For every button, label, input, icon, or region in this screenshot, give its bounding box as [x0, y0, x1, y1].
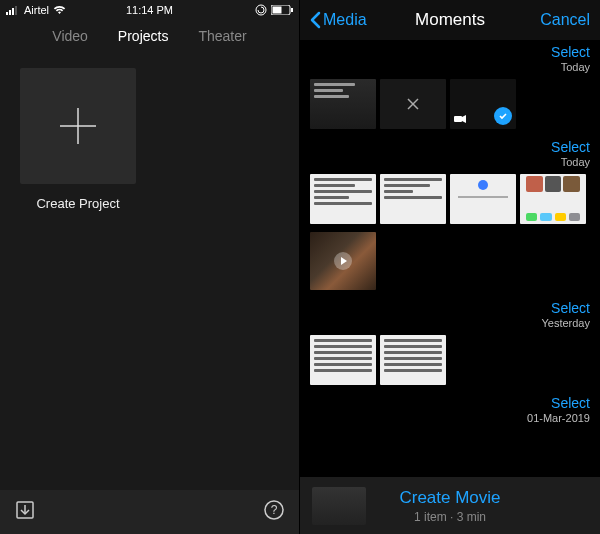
- date-label: Today: [561, 61, 590, 73]
- crossed-tools-icon: [406, 97, 420, 111]
- status-bar: Airtel 11:14 PM: [0, 0, 299, 20]
- thumb-row: [300, 333, 600, 391]
- section-header: Select 01-Mar-2019: [300, 391, 600, 428]
- nav-bar: Media Moments Cancel: [300, 0, 600, 40]
- plus-icon: [56, 104, 100, 148]
- section-header: Select Today: [300, 135, 600, 172]
- tab-row: Video Projects Theater: [0, 20, 299, 58]
- create-project-label: Create Project: [20, 196, 136, 211]
- svg-text:?: ?: [271, 503, 278, 517]
- question-icon: ?: [263, 499, 285, 521]
- media-thumbnail[interactable]: [310, 232, 376, 290]
- media-thumbnail[interactable]: [450, 79, 516, 129]
- tab-projects[interactable]: Projects: [118, 28, 169, 44]
- back-button[interactable]: Media: [310, 11, 367, 29]
- create-project-card[interactable]: [20, 68, 136, 184]
- back-label: Media: [323, 11, 367, 29]
- media-thumbnail[interactable]: [380, 335, 446, 385]
- thumb-row: [300, 77, 600, 135]
- select-link[interactable]: Select: [551, 300, 590, 316]
- create-movie-preview: [312, 487, 366, 525]
- create-movie-title: Create Movie: [399, 488, 500, 508]
- section-header: Select Today: [300, 40, 600, 77]
- tab-theater[interactable]: Theater: [198, 28, 246, 44]
- date-label: Today: [561, 156, 590, 168]
- camera-icon: [454, 114, 466, 125]
- svg-rect-16: [454, 116, 462, 122]
- download-tray-icon: [14, 499, 36, 521]
- help-button[interactable]: ?: [263, 499, 285, 525]
- date-label: 01-Mar-2019: [527, 412, 590, 424]
- cancel-button[interactable]: Cancel: [540, 11, 590, 29]
- media-thumbnail[interactable]: [450, 174, 516, 224]
- clock-label: 11:14 PM: [0, 4, 299, 16]
- select-link[interactable]: Select: [551, 395, 590, 411]
- moments-list[interactable]: Select Today Select Today: [300, 40, 600, 534]
- chevron-left-icon: [310, 11, 321, 29]
- create-movie-subtitle: 1 item · 3 min: [414, 510, 486, 524]
- media-thumbnail[interactable]: [310, 335, 376, 385]
- section-header: Select Yesterday: [300, 296, 600, 333]
- import-button[interactable]: [14, 499, 36, 525]
- tab-video[interactable]: Video: [52, 28, 88, 44]
- create-movie-bar[interactable]: Create Movie 1 item · 3 min: [300, 476, 600, 534]
- svg-marker-17: [462, 115, 466, 123]
- bottom-toolbar: ?: [0, 490, 299, 534]
- thumb-row: [300, 172, 600, 296]
- media-thumbnail[interactable]: [310, 79, 376, 129]
- media-thumbnail[interactable]: [380, 79, 446, 129]
- select-link[interactable]: Select: [551, 139, 590, 155]
- selected-check-icon: [494, 107, 512, 125]
- projects-screen: Airtel 11:14 PM Video Projects Theater C…: [0, 0, 300, 534]
- media-thumbnail[interactable]: [520, 174, 586, 224]
- select-link[interactable]: Select: [551, 44, 590, 60]
- media-thumbnail[interactable]: [380, 174, 446, 224]
- media-thumbnail[interactable]: [310, 174, 376, 224]
- moments-screen: Media Moments Cancel Select Today: [300, 0, 600, 534]
- date-label: Yesterday: [541, 317, 590, 329]
- play-icon: [334, 252, 352, 270]
